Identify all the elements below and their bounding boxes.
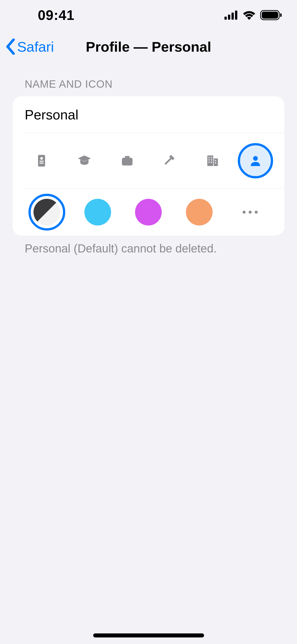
color-option-system[interactable] bbox=[34, 199, 60, 226]
color-picker-row bbox=[13, 189, 284, 236]
svg-rect-12 bbox=[207, 155, 213, 166]
section-header: NAME AND ICON bbox=[13, 78, 284, 96]
svg-point-22 bbox=[253, 156, 258, 161]
svg-rect-1 bbox=[228, 15, 230, 20]
building-icon bbox=[206, 154, 220, 168]
color-option-blue[interactable] bbox=[84, 199, 111, 226]
svg-rect-17 bbox=[211, 159, 212, 160]
battery-icon bbox=[260, 10, 282, 20]
icon-option-building[interactable] bbox=[195, 143, 230, 178]
name-row[interactable] bbox=[13, 96, 284, 133]
ellipsis-icon bbox=[249, 211, 252, 214]
nav-bar: Safari Profile — Personal bbox=[0, 30, 297, 63]
status-time: 09:41 bbox=[38, 7, 75, 23]
icon-option-hammer[interactable] bbox=[152, 143, 187, 178]
svg-rect-5 bbox=[262, 12, 278, 19]
svg-rect-21 bbox=[215, 162, 216, 164]
profile-name-input[interactable] bbox=[25, 107, 272, 122]
svg-rect-15 bbox=[211, 157, 212, 158]
section-name-and-icon: NAME AND ICON bbox=[0, 63, 297, 255]
color-option-purple[interactable] bbox=[135, 199, 162, 226]
chevron-left-icon bbox=[6, 39, 16, 55]
svg-rect-2 bbox=[232, 13, 234, 20]
icon-option-badge[interactable] bbox=[24, 143, 59, 178]
wifi-icon bbox=[243, 10, 256, 20]
section-footer: Personal (Default) cannot be deleted. bbox=[13, 236, 284, 255]
svg-rect-0 bbox=[224, 17, 227, 20]
ellipsis-icon bbox=[243, 211, 246, 214]
card bbox=[13, 96, 284, 236]
svg-rect-20 bbox=[215, 160, 216, 161]
svg-rect-9 bbox=[40, 161, 44, 162]
back-label: Safari bbox=[17, 39, 54, 55]
svg-rect-16 bbox=[209, 159, 210, 160]
color-option-orange[interactable] bbox=[186, 199, 213, 226]
ellipsis-icon bbox=[255, 211, 258, 214]
person-icon bbox=[248, 154, 262, 168]
svg-rect-19 bbox=[211, 162, 212, 163]
icon-option-graduation[interactable] bbox=[67, 143, 102, 178]
svg-rect-11 bbox=[122, 158, 133, 165]
graduation-cap-icon bbox=[77, 154, 91, 168]
svg-rect-14 bbox=[209, 157, 210, 158]
color-option-more[interactable] bbox=[237, 199, 263, 226]
svg-rect-18 bbox=[209, 162, 210, 163]
icon-picker-row bbox=[13, 133, 284, 188]
svg-point-8 bbox=[40, 157, 43, 160]
status-bar: 09:41 bbox=[0, 0, 297, 30]
badge-icon bbox=[35, 154, 49, 168]
briefcase-icon bbox=[120, 154, 134, 168]
cellular-icon bbox=[224, 11, 238, 20]
hammer-icon bbox=[163, 154, 177, 168]
icon-option-person[interactable] bbox=[238, 143, 273, 178]
status-indicators bbox=[224, 10, 282, 20]
home-indicator[interactable] bbox=[93, 633, 204, 637]
back-button[interactable]: Safari bbox=[6, 39, 54, 55]
svg-rect-10 bbox=[40, 163, 44, 164]
svg-rect-3 bbox=[235, 11, 237, 20]
svg-rect-6 bbox=[280, 13, 282, 17]
icon-option-briefcase[interactable] bbox=[110, 143, 145, 178]
